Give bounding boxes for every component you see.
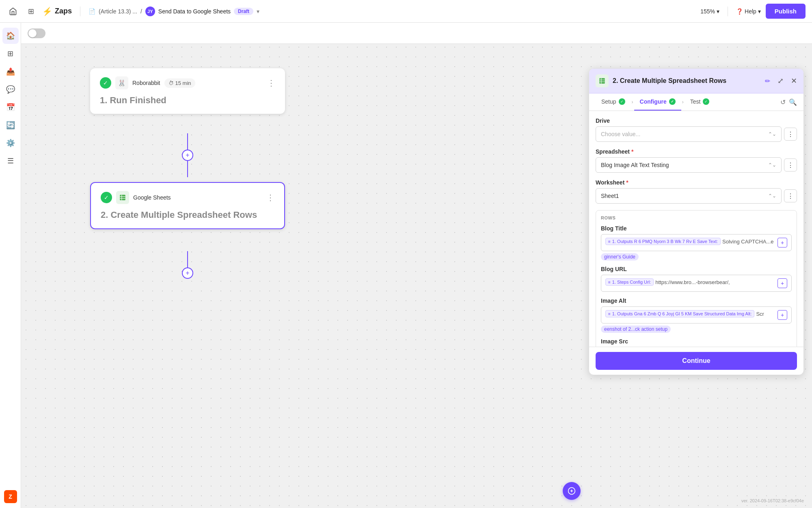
- topbar: ⊞ ⚡ Zaps 📄 (Article 13.3) ... / JY Send …: [0, 0, 812, 23]
- zap-logo: ⚡ Zaps: [42, 7, 72, 16]
- drive-placeholder: Choose value...: [601, 131, 640, 137]
- tab-test[interactable]: Test ✓: [685, 93, 715, 111]
- drive-label: Drive: [596, 117, 797, 124]
- svg-rect-4: [599, 78, 605, 84]
- sidebar-item-calendar[interactable]: 📅: [2, 99, 19, 115]
- edit-icon[interactable]: ✏: [765, 77, 770, 85]
- add-step-button-1[interactable]: +: [182, 150, 193, 161]
- worksheet-select[interactable]: Sheet1 ⌃⌄: [596, 188, 782, 204]
- sidebar: 🏠 ⊞ 📤 💬 📅 🔄 ⚙️ ☰ Z: [0, 23, 21, 508]
- sidebar-item-settings[interactable]: ⚙️: [2, 135, 19, 151]
- node-menu-button-2[interactable]: ⋮: [266, 193, 274, 202]
- drive-group: Drive Choose value... ⌃⌄ ⋮: [596, 117, 797, 142]
- blog-url-value-box[interactable]: ≡ 1. Steps Config Url: https://www.bro..…: [601, 275, 792, 292]
- worksheet-group: Worksheet * Sheet1 ⌃⌄ ⋮: [596, 179, 797, 204]
- help-chevron-icon: ▾: [758, 8, 761, 15]
- blog-url-add-button[interactable]: +: [777, 278, 787, 288]
- help-button[interactable]: ❓ Help ▾: [736, 8, 761, 15]
- worksheet-label: Worksheet *: [596, 179, 797, 186]
- image-src-label: Image Src: [601, 338, 792, 345]
- fab-button[interactable]: [563, 482, 581, 500]
- sidebar-zap-icon[interactable]: Z: [4, 490, 17, 503]
- breadcrumb-article[interactable]: (Article 13.3) ...: [99, 8, 137, 15]
- refresh-icon[interactable]: ↺: [780, 98, 786, 106]
- sidebar-item-grid[interactable]: ⊞: [2, 46, 19, 62]
- required-star: *: [631, 148, 633, 155]
- grid-icon[interactable]: ⊞: [24, 5, 37, 18]
- blog-title-source-badge: ≡ 1. Outputs R 6 PMQ Nyorn 3 B Wk 7 Rv E…: [605, 238, 721, 245]
- node-app-label: Roborabbit: [132, 80, 160, 86]
- enable-toggle[interactable]: [28, 28, 45, 38]
- source-icon-2: ≡: [608, 280, 611, 284]
- spreadsheet-select[interactable]: Blog Image Alt Text Testing ⌃⌄: [596, 157, 782, 173]
- worksheet-value: Sheet1: [601, 193, 619, 199]
- node-menu-button[interactable]: ⋮: [267, 78, 275, 88]
- chevron-down-icon[interactable]: ▾: [257, 8, 259, 15]
- expand-icon[interactable]: ⤢: [777, 76, 784, 85]
- node-roborabbit[interactable]: ✓ 🐰 Roborabbit ⏱ 15 min ⋮ 1. Run Finishe…: [90, 68, 285, 114]
- workflow-area: ✓ 🐰 Roborabbit ⏱ 15 min ⋮ 1. Run Finishe…: [21, 44, 812, 508]
- add-step-button-2[interactable]: +: [182, 267, 193, 279]
- source-icon-3: ≡: [608, 312, 611, 316]
- sidebar-bottom: Z: [4, 490, 17, 503]
- version-info: ver. 2024-09-16T02:38-e9cf04e: [741, 498, 804, 503]
- close-icon[interactable]: ✕: [791, 76, 797, 85]
- image-alt-source-badge: ≡ 1. Outputs Gna 6 Zmb Q 6 Joyj GI 5 KM …: [605, 310, 754, 317]
- drive-select[interactable]: Choose value... ⌃⌄: [596, 126, 782, 142]
- main-canvas: ✓ 🐰 Roborabbit ⏱ 15 min ⋮ 1. Run Finishe…: [21, 23, 812, 508]
- image-alt-value-box[interactable]: ≡ 1. Outputs Gna 6 Zmb Q 6 Joyj GI 5 KM …: [601, 306, 792, 323]
- node-check-icon-2: ✓: [101, 192, 112, 203]
- connector-2: +: [182, 251, 193, 279]
- time-badge: ⏱ 15 min: [164, 78, 195, 88]
- setup-check-icon: ✓: [619, 98, 625, 105]
- blog-title-value-box[interactable]: ≡ 1. Outputs R 6 PMQ Nyorn 3 B Wk 7 Rv E…: [601, 234, 792, 251]
- search-icon[interactable]: 🔍: [789, 98, 797, 106]
- tab-configure[interactable]: Configure ✓: [634, 93, 681, 111]
- node-header: ✓ 🐰 Roborabbit ⏱ 15 min ⋮: [100, 76, 275, 89]
- divider2: [728, 7, 728, 16]
- node-title: 1. Run Finished: [100, 95, 275, 106]
- panel-tabs: Setup ✓ › Configure ✓ › Test ✓ ↺ 🔍: [589, 93, 803, 111]
- zoom-control[interactable]: 155% ▾: [700, 8, 719, 15]
- help-label: Help: [745, 8, 756, 15]
- blog-url-label: Blog URL: [601, 266, 792, 272]
- image-alt-add-button[interactable]: +: [777, 310, 787, 320]
- node-title-text: Run Finished: [110, 95, 166, 105]
- clock-icon: ⏱: [168, 80, 174, 86]
- roborabbit-icon: 🐰: [115, 76, 128, 89]
- toggle-bar: [21, 23, 812, 44]
- home-icon[interactable]: [6, 5, 19, 18]
- spreadsheet-action-button[interactable]: ⋮: [784, 158, 797, 172]
- image-alt-tag[interactable]: eenshot of 2...ck action setup: [601, 326, 671, 333]
- worksheet-required-star: *: [626, 179, 628, 186]
- configure-check-icon: ✓: [669, 98, 676, 105]
- spreadsheet-arrows-icon: ⌃⌄: [768, 162, 776, 168]
- panel-title: 2. Create Multiple Spreadsheet Rows: [613, 77, 761, 85]
- image-alt-label: Image Alt: [601, 297, 792, 304]
- tab-setup[interactable]: Setup ✓: [596, 93, 631, 111]
- blog-title-field: Blog Title ≡ 1. Outputs R 6 PMQ Nyorn 3 …: [601, 225, 792, 260]
- breadcrumb-user: JY: [145, 7, 155, 16]
- sidebar-item-menu[interactable]: ☰: [2, 153, 19, 169]
- image-alt-content: ≡ 1. Outputs Gna 6 Zmb Q 6 Joyj GI 5 KM …: [605, 310, 776, 317]
- sidebar-item-share[interactable]: 📤: [2, 63, 19, 80]
- setup-label: Setup: [601, 98, 616, 105]
- sidebar-item-messages[interactable]: 💬: [2, 81, 19, 98]
- rows-container: Rows Blog Title ≡ 1. Outputs R 6 PMQ Nyo…: [596, 210, 797, 347]
- node-step: 1.: [100, 95, 107, 105]
- worksheet-action-button[interactable]: ⋮: [784, 189, 797, 202]
- continue-button[interactable]: Continue: [596, 352, 797, 370]
- sidebar-item-home[interactable]: 🏠: [2, 28, 19, 44]
- node-google-sheets[interactable]: ✓ Google Sheets ⋮ 2. Create Multiple Spr…: [90, 182, 285, 229]
- blog-title-add-button[interactable]: +: [777, 238, 787, 247]
- drive-arrows-icon: ⌃⌄: [768, 131, 776, 137]
- blog-title-tag[interactable]: ginner's Guide: [601, 253, 639, 261]
- panel-footer: Continue: [589, 347, 803, 375]
- sidebar-item-history[interactable]: 🔄: [2, 117, 19, 133]
- drive-action-button[interactable]: ⋮: [784, 128, 797, 141]
- toggle-knob: [28, 29, 37, 37]
- publish-button[interactable]: Publish: [766, 4, 806, 19]
- panel-header: 2. Create Multiple Spreadsheet Rows ✏ ⤢ …: [589, 69, 803, 93]
- test-label: Test: [690, 98, 701, 105]
- connector-1: +: [182, 133, 193, 177]
